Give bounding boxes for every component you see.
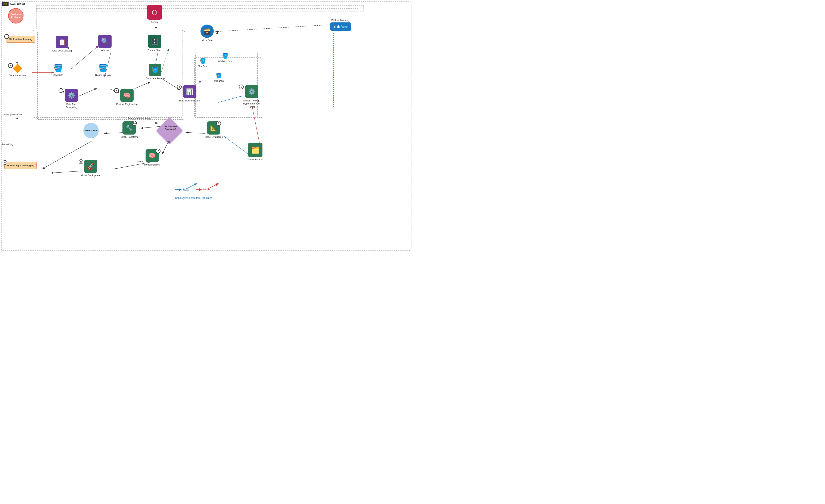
data-transformation-icon: 📊 (183, 85, 197, 98)
read-legend: Read (175, 188, 189, 191)
cleansed-data-label: Cleansed Data (95, 74, 111, 76)
feature-engineering-node: 3 🧠 Feature Engineering (116, 89, 138, 106)
model-deployment-node: 8b 🚀 Model Deployment (81, 160, 100, 177)
svg-line-25 (51, 171, 83, 173)
feature-store-node: 🗄️ Feature Store (147, 34, 162, 52)
feature-engineering-icon: 🧠 (120, 89, 134, 102)
step-8b-badge: 8b (79, 159, 83, 164)
svg-rect-0 (36, 5, 363, 12)
validation-data-icon: 🪣 (222, 53, 228, 59)
step-2-badge: 2 (59, 88, 63, 93)
step-3-badge: 3 (114, 88, 119, 93)
athena-node: 🔍 Athena (98, 34, 111, 52)
predictions-label: Predictions (85, 129, 97, 132)
step-4-badge: 4 (177, 85, 182, 89)
aws-header: aws AWS Cloud (2, 2, 25, 6)
batch-transform-node: 8a 🔧 Batch Transform (121, 121, 138, 139)
svg-line-10 (162, 79, 179, 90)
business-problem-node: Business Problem (8, 8, 23, 23)
airflow-icon: ⬡ (147, 5, 162, 20)
test-data-node: 🪣 Test Data (198, 58, 207, 68)
ml-framing-box: ML Problem Framing (6, 36, 35, 43)
model-evaluation-label: Model Evaluation (205, 136, 223, 139)
model-evaluation-node: 6 📐 Model Evaluation (205, 121, 223, 139)
read-label: Read (183, 188, 189, 191)
step-7-badge: 7 (156, 149, 160, 153)
airflow-node: ⬡ Airflow (147, 5, 162, 23)
model-training-icon: ⚙️ (245, 85, 258, 98)
step-9-badge: 9 (3, 160, 7, 165)
data-augmentation-label: Data Augmentation (2, 113, 22, 116)
athena-icon: 🔍 (98, 34, 111, 48)
feature-store-icon: 🗄️ (148, 34, 161, 48)
monitoring-box: Monitoring & Debugging (4, 162, 37, 169)
feature-augmentation-label: Feature Augmentation (128, 117, 151, 119)
business-problem-label: Business Problem (10, 13, 22, 19)
data-acquisition-label: Data Acquisition (9, 74, 26, 77)
step-5-badge: 5 (239, 85, 244, 89)
retraining-label: Re-training (2, 143, 13, 146)
train-data-icon: 🪣 (215, 73, 222, 79)
svg-line-19 (224, 137, 248, 154)
glue-catalog-icon: 📋 (56, 36, 68, 48)
data-transformation-node: 4 📊 Data Transformation (179, 85, 201, 102)
data-acquisition-node: 1 🔶 Data Acquisition (9, 64, 26, 77)
data-preprocessing-node: 2 ⚙️ Data Pre- Processing (61, 89, 82, 109)
step-0-badge: 0 (4, 34, 9, 39)
step-1-badge: 1 (8, 63, 13, 68)
write-label: Write (203, 188, 210, 191)
train-data-node: 🪣 Train Data (214, 73, 224, 82)
monitoring-label: Monitoring & Debugging (7, 164, 34, 167)
no-label: No (155, 122, 158, 124)
validation-data-node: 🪣 Validation Data (218, 53, 232, 63)
data-transformation-label: Data Transformation (179, 99, 201, 102)
model-deployment-label: Model Deployment (81, 174, 100, 177)
raw-data-icon: 🪣 (54, 64, 63, 73)
meta-data-node: 🗃️ Meta Data (201, 24, 214, 41)
model-training-node: 5 ⚙️ Model Training / Hyperparameter Tun… (241, 85, 262, 108)
aws-logo: aws (2, 2, 9, 6)
train-data-label: Train Data (214, 79, 224, 82)
complete-feature-node: 🪣 Complete Feature (146, 64, 165, 80)
business-goals-label: Are Business Goals met? (161, 125, 180, 131)
cleansed-data-node: 🪣 Cleansed Data (95, 64, 111, 76)
svg-line-17 (218, 96, 241, 102)
raw-data-label: Raw Data (53, 74, 63, 76)
airflow-label: Airflow (151, 20, 158, 23)
kinesis-icon: 🔶 (12, 64, 22, 73)
complete-feature-label: Complete Feature (146, 77, 165, 80)
model-training-label: Model Training / Hyperparameter Tuning (241, 99, 262, 108)
glue-catalog-label: Glue Data Catalog (52, 49, 72, 52)
ml-framing-label: ML Problem Framing (9, 38, 32, 40)
feature-store-label: Feature Store (147, 49, 162, 52)
model-artifacts-label: Model Artifacts (247, 158, 263, 161)
preprocessing-label: Data Pre- Processing (61, 103, 82, 109)
validation-data-label: Validation Data (218, 60, 232, 63)
model-artifacts-icon: 🗂️ (248, 143, 262, 157)
monitoring-node: 9 Monitoring & Debugging (4, 162, 37, 169)
mlflow-tracking-label: MLflow Tracking (331, 19, 350, 22)
write-legend: Write (196, 188, 210, 191)
svg-line-9 (135, 82, 150, 89)
step-6-badge: 6 (216, 121, 221, 125)
svg-line-20 (186, 133, 205, 134)
github-link[interactable]: https://github.com/tam159/mlops (175, 196, 212, 199)
mlflow-box: mlflow (330, 22, 351, 31)
model-registry-label: Model Registry (144, 163, 160, 166)
cleansed-data-icon: 🪣 (98, 64, 108, 73)
test-data-icon: 🪣 (200, 58, 206, 64)
business-problem-icon: Business Problem (8, 8, 23, 23)
batch-label: Batch (137, 160, 143, 163)
yes-label: Yes (166, 141, 170, 143)
predictions-node: Predictions (83, 123, 99, 138)
test-data-label: Test Data (198, 65, 207, 68)
raw-data-node: 🪣 Raw Data (53, 64, 63, 76)
model-deployment-icon: 🚀 (84, 160, 97, 173)
glue-catalog-node: 📋 Glue Data Catalog (52, 36, 72, 52)
model-artifacts-node: 🗂️ Model Artifacts (247, 143, 263, 161)
predictions-icon: Predictions (83, 123, 99, 138)
feature-engineering-label: Feature Engineering (116, 103, 138, 106)
business-goals-node: Are Business Goals met? No Yes (160, 121, 179, 141)
step-8a-badge: 8a (132, 121, 137, 125)
ml-framing-node: 0 ML Problem Framing (6, 36, 35, 43)
